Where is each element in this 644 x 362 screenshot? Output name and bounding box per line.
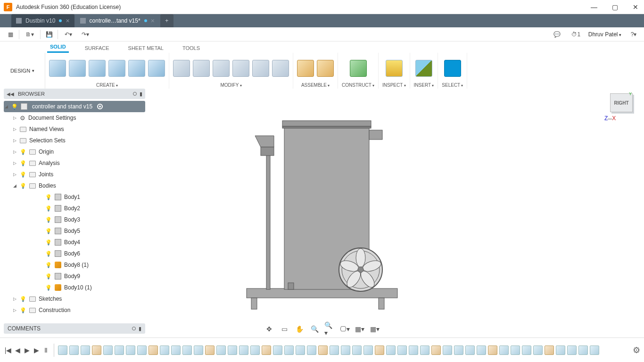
notifications-icon[interactable]: 💬: [551, 29, 564, 40]
timeline-feature[interactable]: [545, 346, 554, 355]
timeline-feature[interactable]: [58, 346, 67, 355]
timeline-feature[interactable]: [363, 346, 373, 355]
shell-button[interactable]: [213, 60, 230, 77]
data-panel-button[interactable]: ▦: [4, 29, 17, 40]
timeline-feature[interactable]: [465, 346, 475, 355]
visibility-bulb-icon[interactable]: [45, 194, 52, 200]
collapse-icon[interactable]: ◀◀: [7, 91, 14, 97]
expand-icon[interactable]: ◢: [4, 104, 8, 109]
tree-item[interactable]: ◢Bodies: [4, 180, 145, 191]
tree-item[interactable]: Body9: [4, 271, 145, 282]
tab-controller[interactable]: controlle…tand v15* ×: [75, 14, 159, 27]
timeline-feature[interactable]: [352, 346, 362, 355]
ribbon-tab-tools[interactable]: TOOLS: [180, 43, 203, 53]
tree-item[interactable]: Body3: [4, 214, 145, 225]
visibility-bulb-icon[interactable]: [45, 228, 52, 234]
create-form-button[interactable]: [69, 60, 86, 77]
redo-button[interactable]: ↷▾: [77, 29, 94, 40]
insert-button[interactable]: [415, 60, 432, 77]
expand-comments-icon[interactable]: ▮: [139, 326, 141, 332]
timeline-feature[interactable]: [431, 346, 441, 355]
combine-button[interactable]: [232, 60, 249, 77]
timeline-feature[interactable]: [307, 346, 316, 355]
tree-item[interactable]: ▷Sketches: [4, 293, 145, 304]
timeline-feature[interactable]: [454, 346, 463, 355]
tree-item[interactable]: Body8 (1): [4, 259, 145, 271]
timeline-feature[interactable]: [488, 346, 497, 355]
browser-header[interactable]: ◀◀ BROWSER ▮: [4, 89, 145, 99]
timeline-feature[interactable]: [182, 346, 192, 355]
tab-close-icon[interactable]: ×: [151, 17, 155, 25]
timeline-start-button[interactable]: |◀: [4, 346, 12, 354]
timeline-feature[interactable]: [420, 346, 429, 355]
expand-icon[interactable]: ▷: [12, 127, 17, 132]
visibility-bulb-icon[interactable]: [45, 250, 52, 257]
bullet-icon[interactable]: [133, 92, 137, 96]
panel-label[interactable]: SELECT: [442, 82, 463, 88]
viewcube-face[interactable]: RIGHT: [610, 93, 633, 112]
construct-plane-button[interactable]: [350, 60, 367, 77]
ribbon-tab-surface[interactable]: SURFACE: [82, 43, 112, 53]
select-button[interactable]: [444, 60, 461, 77]
visibility-bulb-icon[interactable]: [45, 273, 52, 280]
viewport-layout-button[interactable]: ▦▾: [370, 324, 380, 334]
joint-button[interactable]: [317, 60, 334, 77]
new-tab-button[interactable]: +: [160, 14, 173, 27]
timeline-feature[interactable]: [386, 346, 396, 355]
visibility-bulb-icon[interactable]: [20, 160, 26, 166]
comments-header[interactable]: COMMENTS ▮: [4, 323, 145, 334]
timeline-feature[interactable]: [443, 346, 452, 355]
timeline-feature[interactable]: [296, 346, 305, 355]
tree-item[interactable]: Body1: [4, 191, 145, 203]
timeline-feature[interactable]: [511, 346, 520, 355]
grid-settings-button[interactable]: ▦▾: [355, 324, 365, 334]
timeline-feature[interactable]: [194, 346, 203, 355]
job-status-icon[interactable]: ⏱1: [570, 29, 583, 40]
file-menu[interactable]: 🗎▾: [21, 29, 38, 40]
pattern-button[interactable]: [148, 60, 165, 77]
timeline-feature[interactable]: [341, 346, 350, 355]
move-button[interactable]: [272, 60, 289, 77]
extrude-button[interactable]: [89, 60, 106, 77]
timeline-feature[interactable]: [330, 346, 339, 355]
save-button[interactable]: 💾: [42, 29, 56, 40]
panel-label[interactable]: CREATE: [96, 82, 118, 88]
fit-button[interactable]: 🔍▾: [324, 324, 335, 334]
look-at-button[interactable]: ▭: [279, 324, 289, 334]
minimize-button[interactable]: —: [589, 3, 599, 11]
timeline-feature[interactable]: [262, 346, 271, 355]
fillet-button[interactable]: [193, 60, 210, 77]
timeline-feature[interactable]: [126, 346, 135, 355]
panel-label[interactable]: INSPECT: [382, 82, 406, 88]
offset-button[interactable]: [252, 60, 269, 77]
tree-item[interactable]: Body2: [4, 203, 145, 214]
timeline-feature[interactable]: [239, 346, 248, 355]
pan-button[interactable]: ✋: [294, 324, 305, 334]
panel-label[interactable]: ASSEMBLE: [301, 82, 330, 88]
tree-item[interactable]: Body10 (1): [4, 282, 145, 293]
visibility-bulb-icon[interactable]: [45, 239, 52, 246]
undo-button[interactable]: ↶▾: [60, 29, 77, 40]
timeline-feature[interactable]: [115, 346, 124, 355]
visibility-bulb-icon[interactable]: [45, 216, 52, 223]
timeline-feature[interactable]: [375, 346, 384, 355]
timeline-feature[interactable]: [103, 346, 113, 355]
pin-icon[interactable]: ▮: [140, 91, 142, 97]
help-icon[interactable]: ?▾: [627, 29, 640, 40]
timeline-feature[interactable]: [250, 346, 260, 355]
timeline-feature[interactable]: [397, 346, 407, 355]
timeline-feature[interactable]: [216, 346, 226, 355]
visibility-bulb-icon[interactable]: [45, 262, 52, 268]
expand-icon[interactable]: ▷: [12, 172, 17, 177]
expand-icon[interactable]: ▷: [12, 149, 17, 154]
tree-item[interactable]: ▷Joints: [4, 169, 145, 180]
ribbon-tab-sheet-metal[interactable]: SHEET METAL: [125, 43, 166, 53]
maximize-button[interactable]: ▢: [610, 3, 619, 11]
ribbon-tab-solid[interactable]: SOLID: [47, 42, 69, 53]
timeline-feature[interactable]: [533, 346, 543, 355]
panel-label[interactable]: MODIFY: [220, 82, 241, 88]
timeline-feature[interactable]: [137, 346, 147, 355]
close-button[interactable]: ✕: [631, 3, 640, 11]
timeline-step-back-button[interactable]: ◀: [13, 346, 22, 354]
visibility-bulb-icon[interactable]: [20, 182, 26, 189]
